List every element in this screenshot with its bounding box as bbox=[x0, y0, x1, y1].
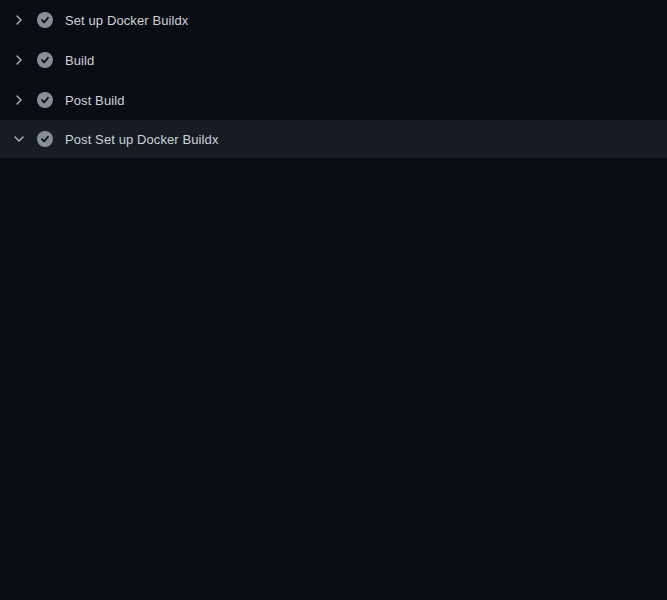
log-line: 20 ▼ time="2021-04-23T18:02:38Z" level=d… bbox=[0, 589, 667, 600]
step-label: Post Build bbox=[65, 93, 125, 108]
log-line: 1 ▼ Post job cleanup. bbox=[0, 169, 667, 189]
check-circle-icon bbox=[37, 12, 53, 28]
chevron-right-icon bbox=[13, 54, 25, 66]
step-row-set-up-docker-buildx[interactable]: Set up Docker Buildx bbox=[0, 0, 667, 40]
check-circle-icon bbox=[37, 92, 53, 108]
log-line: 15 ▼ time="2021-04-23T18:02:38Z" level=d… bbox=[0, 469, 667, 489]
log-line: ▼ application/vnd.oci.image.index.v1+jso… bbox=[0, 569, 667, 589]
check-circle-icon bbox=[37, 52, 53, 68]
log-line: 4 ▼ time="2021-04-23T18:02:37Z" level=in… bbox=[0, 229, 667, 249]
log-line: 6 ▼ time="2021-04-23T18:02:37Z" level=in… bbox=[0, 269, 667, 289]
log-line: 11 ▼ time="2021-04-23T18:02:38Z" level=d… bbox=[0, 389, 667, 409]
log-line: 5 ▼ time="2021-04-23T18:02:37Z" level=wa… bbox=[0, 249, 667, 269]
log-line: 9 ▼ time="2021-04-23T18:02:37Z" level=wa… bbox=[0, 349, 667, 369]
chevron-right-icon bbox=[13, 94, 25, 106]
chevron-right-icon bbox=[13, 14, 25, 26]
step-label: Build bbox=[65, 53, 94, 68]
log-viewer: 1 ▼ Post job cleanup. 2 ▼ BuildKit conta… bbox=[0, 158, 667, 600]
step-row-build[interactable]: Build bbox=[0, 40, 667, 80]
log-line: 14 ▼ time="2021-04-23T18:02:38Z" level=d… bbox=[0, 449, 667, 469]
chevron-down-icon bbox=[13, 133, 25, 145]
log-line: 18 ▼ time="2021-04-23T18:02:38Z" level=d… bbox=[0, 529, 667, 549]
log-line: 16 ▼ time="2021-04-23T18:02:38Z" level=d… bbox=[0, 489, 667, 509]
log-line: 17 ▼ time="2021-04-23T18:02:38Z" level=d… bbox=[0, 509, 667, 529]
steps-list: Set up Docker Buildx Build Post Build Po… bbox=[0, 0, 667, 158]
log-line: 19 ▼ time="2021-04-23T18:02:38Z" level=d… bbox=[0, 549, 667, 569]
step-label: Set up Docker Buildx bbox=[65, 13, 188, 28]
log-line: 2 ▼ BuildKit container logs bbox=[0, 189, 667, 209]
log-line: 13 ▼ time="2021-04-23T18:02:38Z" level=d… bbox=[0, 429, 667, 449]
log-line: 12 ▼ time="2021-04-23T18:02:38Z" level=d… bbox=[0, 409, 667, 429]
log-line: 10 ▼ time="2021-04-23T18:02:37Z" level=i… bbox=[0, 369, 667, 389]
log-line: 8 ▼ time="2021-04-23T18:02:37Z" level=in… bbox=[0, 329, 667, 349]
log-line: ▼ linux/riscv64 linux/ppc64le linux/s390… bbox=[0, 289, 667, 309]
step-row-post-build[interactable]: Post Build bbox=[0, 80, 667, 120]
step-row-post-set-up-docker-buildx[interactable]: Post Set up Docker Buildx bbox=[0, 120, 667, 158]
log-line: 3 ▼ /usr/bin/docker logs buildx_buildkit… bbox=[0, 209, 667, 229]
step-label: Post Set up Docker Buildx bbox=[65, 132, 219, 147]
log-line: 7 ▼ time="2021-04-23T18:02:37Z" level=wa… bbox=[0, 309, 667, 329]
check-circle-icon bbox=[37, 131, 53, 147]
